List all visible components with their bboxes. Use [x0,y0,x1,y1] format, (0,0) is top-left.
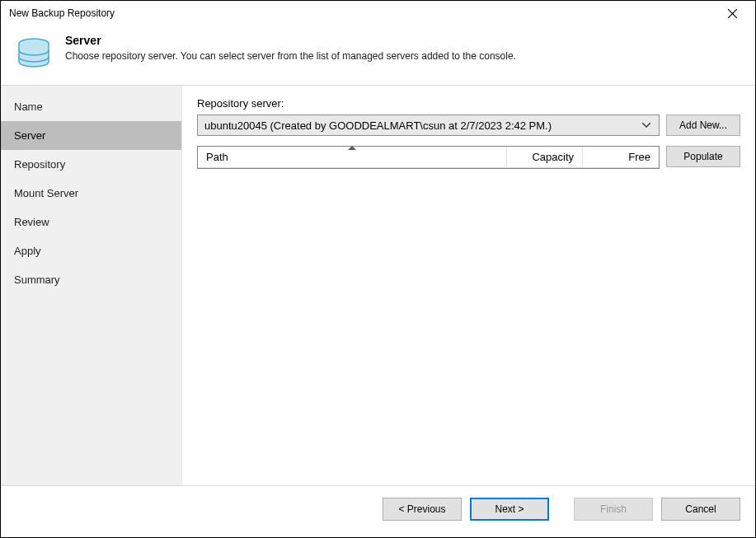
server-field-label: Repository server: [197,97,740,110]
sort-asc-icon [348,146,356,150]
sidebar-item-apply[interactable]: Apply [1,236,181,265]
wizard-footer: < Previous Next > Finish Cancel [1,485,755,531]
wizard-steps-sidebar: Name Server Repository Mount Server Revi… [1,86,182,485]
window-title: New Backup Repository [9,7,115,19]
next-button[interactable]: Next > [470,498,549,521]
wizard-header: Server Choose repository server. You can… [1,26,755,86]
cancel-button[interactable]: Cancel [661,498,740,521]
select-value: ubuntu20045 (Created by GOODDEALMART\csu… [204,119,552,132]
repository-icon [14,34,54,73]
repository-server-select[interactable]: ubuntu20045 (Created by GOODDEALMART\csu… [197,115,660,136]
chevron-down-icon [639,115,654,135]
close-button[interactable] [716,2,749,25]
sidebar-item-name[interactable]: Name [1,92,181,121]
populate-button[interactable]: Populate [666,146,740,167]
column-free[interactable]: Free [583,147,659,167]
column-path[interactable]: Path [198,147,507,167]
add-new-button[interactable]: Add New... [666,115,740,136]
column-capacity[interactable]: Capacity [507,147,583,167]
sidebar-item-summary[interactable]: Summary [1,265,181,294]
close-icon [728,9,737,18]
titlebar: New Backup Repository [1,1,755,26]
sidebar-item-repository[interactable]: Repository [1,150,181,179]
paths-table: Path Capacity Free [197,146,660,169]
sidebar-item-server[interactable]: Server [1,121,181,150]
finish-button: Finish [574,498,653,521]
main-content: Repository server: ubuntu20045 (Created … [182,86,755,485]
sidebar-item-review[interactable]: Review [1,208,181,236]
sidebar-item-mount-server[interactable]: Mount Server [1,179,181,208]
previous-button[interactable]: < Previous [383,498,462,521]
page-description: Choose repository server. You can select… [65,50,516,62]
table-header: Path Capacity Free [198,147,659,168]
page-heading: Server [65,34,516,47]
